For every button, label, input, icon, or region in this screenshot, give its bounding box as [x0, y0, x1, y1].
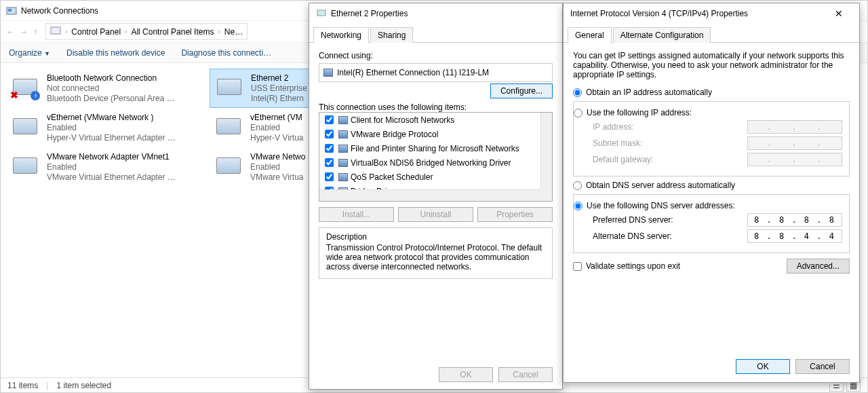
component-item[interactable]: Client for Microsoft Networks [319, 113, 552, 127]
nav-forward-icon[interactable]: → [20, 27, 28, 37]
component-item[interactable]: File and Printer Sharing for Microsoft N… [319, 141, 552, 155]
nic-icon [9, 153, 41, 181]
breadcrumb-segment[interactable]: Control Panel [71, 27, 121, 37]
component-checkbox[interactable] [325, 158, 334, 167]
close-icon[interactable]: ✕ [825, 8, 852, 19]
description-label: Description [326, 232, 545, 242]
component-checkbox[interactable] [325, 172, 334, 181]
tab-alternate-configuration[interactable]: Alternate Configuration [613, 27, 711, 43]
protocol-icon [338, 173, 348, 181]
breadcrumb[interactable]: › Control Panel› All Control Panel Items… [45, 23, 248, 40]
connection-item[interactable]: Ethernet 2 USS Enterprise Intel(R) Ether… [210, 69, 311, 108]
nav-up-icon[interactable]: ↑ [33, 27, 37, 37]
component-item[interactable]: QoS Packet Scheduler [319, 170, 552, 184]
component-item[interactable]: VMware Bridge Protocol [319, 127, 552, 141]
connection-item[interactable]: VMware Network Adapter VMnet1 Enabled VM… [6, 147, 210, 187]
protocol-icon [338, 116, 348, 124]
item-count: 11 items [7, 381, 38, 390]
dialog-title: Internet Protocol Version 4 (TCP/IPv4) P… [570, 9, 748, 18]
component-label: VirtualBox NDIS6 Bridged Networking Driv… [351, 158, 511, 168]
validate-checkbox[interactable]: Validate settings upon exit [573, 261, 680, 271]
ok-button[interactable]: OK [439, 367, 493, 382]
advanced-button[interactable]: Advanced... [787, 259, 850, 274]
connection-device: Intel(R) Ethern [251, 94, 307, 104]
selection-count: 1 item selected [56, 381, 111, 390]
ipv4-properties-dialog: Internet Protocol Version 4 (TCP/IPv4) P… [563, 3, 860, 383]
disable-device-button[interactable]: Disable this network device [66, 48, 165, 58]
breadcrumb-segment[interactable]: All Control Panel Items [131, 27, 214, 37]
nav-back-icon[interactable]: ← [6, 27, 14, 37]
subnet-input: . . . [747, 136, 842, 150]
component-checkbox[interactable] [325, 130, 334, 138]
scrollbar-horizontal[interactable] [319, 189, 540, 201]
alternate-dns-input[interactable]: 8 . 8 . 4 . 4 [747, 229, 842, 243]
connection-name: VMware Network Adapter VMnet1 [47, 152, 176, 162]
radio-use-ip[interactable]: Use the following IP address: [574, 108, 842, 117]
adapter-box: Intel(R) Ethernet Connection (11) I219-L… [319, 63, 553, 82]
radio-auto-dns[interactable]: Obtain DNS server address automatically [573, 181, 850, 190]
connection-item[interactable]: vEthernet (VMware Network ) Enabled Hype… [6, 108, 210, 147]
install-button[interactable]: Install... [319, 207, 394, 222]
window-icon [6, 5, 17, 16]
uninstall-button[interactable]: Uninstall [398, 207, 473, 222]
connection-name: vEthernet (VM [250, 113, 303, 123]
breadcrumb-segment[interactable]: Ne… [224, 27, 243, 37]
scrollbar-vertical[interactable] [540, 113, 552, 189]
component-item[interactable]: VirtualBox NDIS6 Bridged Networking Driv… [319, 155, 552, 170]
tabstrip: Networking Sharing [309, 24, 562, 43]
connection-item[interactable]: vEthernet (VM Enabled Hyper-V Virtua [210, 108, 311, 147]
preferred-dns-input[interactable]: 8 . 8 . 8 . 8 [747, 213, 842, 227]
component-checkbox[interactable] [325, 201, 334, 202]
nic-icon: ᚼ ✖ [9, 75, 41, 102]
control-panel-icon [50, 25, 61, 38]
connection-status: Not connected [47, 83, 175, 94]
tab-general[interactable]: General [568, 27, 612, 43]
connection-item[interactable]: VMware Netwo Enabled VMware Virtua [210, 147, 311, 187]
connection-status: Enabled [250, 162, 305, 172]
connection-device: Hyper-V Virtua [250, 133, 303, 143]
nic-icon [212, 114, 245, 141]
bluetooth-icon: ᚼ [31, 91, 40, 100]
connection-device: Hyper-V Virtual Ethernet Adapter … [47, 133, 176, 143]
diagnose-button[interactable]: Diagnose this connecti… [181, 48, 271, 58]
cancel-button[interactable]: Cancel [498, 367, 553, 382]
connection-status: Enabled [47, 123, 176, 133]
connection-name: vEthernet (VMware Network ) [47, 113, 176, 123]
radio-auto-ip[interactable]: Obtain an IP address automatically [573, 88, 850, 97]
svg-rect-1 [8, 9, 12, 12]
connection-device: VMware Virtual Ethernet Adapter … [47, 172, 176, 183]
component-checkbox[interactable] [325, 115, 334, 124]
properties-button[interactable]: Properties [477, 207, 553, 222]
component-label: File and Printer Sharing for Microsoft N… [351, 144, 519, 153]
subnet-label: Subnet mask: [593, 138, 642, 148]
connection-status: USS Enterprise [251, 83, 307, 94]
nic-icon [9, 114, 41, 141]
intro-text: You can get IP settings assigned automat… [573, 51, 850, 79]
connection-item[interactable]: ᚼ ✖ Bluetooth Network Connection Not con… [6, 69, 210, 108]
connection-name: Ethernet 2 [251, 73, 307, 83]
nic-icon [212, 153, 245, 181]
component-label: Client for Microsoft Networks [351, 115, 454, 125]
ok-button[interactable]: OK [736, 359, 790, 374]
components-list[interactable]: Client for Microsoft Networks VMware Bri… [319, 112, 553, 202]
preferred-dns-label: Preferred DNS server: [593, 215, 673, 225]
adapter-name: Intel(R) Ethernet Connection (11) I219-L… [337, 68, 489, 77]
dialog-titlebar: Internet Protocol Version 4 (TCP/IPv4) P… [564, 3, 859, 24]
protocol-icon [338, 202, 348, 202]
configure-button[interactable]: Configure... [490, 83, 553, 98]
gateway-input: . . . [747, 153, 842, 166]
connection-name: Bluetooth Network Connection [47, 73, 175, 83]
cancel-button[interactable]: Cancel [795, 359, 850, 374]
description-box: Description Transmission Control Protoco… [319, 227, 553, 279]
connection-name: VMware Netwo [250, 152, 305, 162]
tab-networking[interactable]: Networking [313, 27, 369, 43]
items-label: This connection uses the following items… [319, 102, 553, 112]
svg-rect-2 [51, 27, 60, 34]
organize-menu[interactable]: Organize ▼ [9, 48, 50, 58]
component-checkbox[interactable] [325, 144, 334, 153]
component-label: QoS Packet Scheduler [351, 172, 433, 182]
protocol-icon [338, 159, 348, 167]
tab-sharing[interactable]: Sharing [370, 27, 413, 43]
nic-icon [213, 75, 245, 102]
radio-use-dns[interactable]: Use the following DNS server addresses: [574, 201, 842, 210]
